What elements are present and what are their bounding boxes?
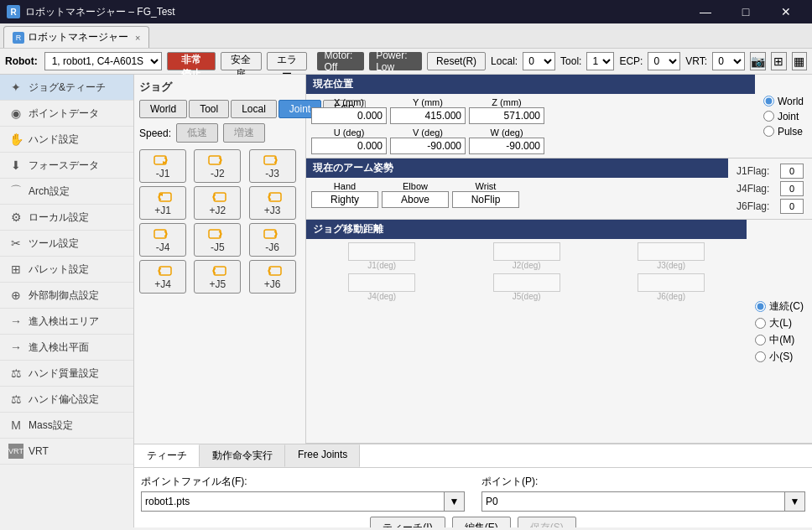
y-value[interactable] <box>390 107 466 124</box>
jog-header: ジョグ <box>139 80 300 95</box>
j5-deg-input[interactable] <box>493 273 560 292</box>
safedoor-button[interactable]: 安全扉 <box>221 52 262 70</box>
edit-button[interactable]: 編集(E) <box>452 517 511 527</box>
sidebar-item-external-ctrl[interactable]: ⊕ 外部制御点設定 <box>0 283 133 309</box>
wrist-value[interactable] <box>452 191 519 208</box>
jog-btn-neg-j1[interactable]: -J1 <box>139 149 186 183</box>
layout-icon[interactable]: ▦ <box>792 52 807 70</box>
j4flag-value[interactable] <box>780 181 804 196</box>
u-value[interactable] <box>311 138 387 154</box>
vrt-select[interactable]: 0 <box>712 52 745 70</box>
mass-icon: M <box>8 418 23 433</box>
teach-content: ポイントファイル名(F): ▼ ポイント(P): ▼ <box>134 468 812 527</box>
teach-tab-free-joints[interactable]: Free Joints <box>285 444 360 467</box>
speed-increase-button[interactable]: 増速 <box>223 123 265 143</box>
teach-tab-teach[interactable]: ティーチ <box>134 444 200 467</box>
sidebar-item-pallet[interactable]: ⊞ パレット設定 <box>0 257 133 283</box>
teach-tab-motion[interactable]: 動作命令実行 <box>200 444 285 467</box>
sidebar: ✦ ジョグ&ティーチ ◉ ポイントデータ ✋ ハンド設定 ⬇ フォースデータ ⌒… <box>0 75 134 527</box>
file-dropdown-button[interactable]: ▼ <box>445 491 465 512</box>
jog-btn-neg-j5[interactable]: -J5 <box>194 223 241 257</box>
sidebar-item-local[interactable]: ⚙ ローカル設定 <box>0 205 133 231</box>
toolbar: Robot: 1, robot1, C4-A601S 非常停止 安全扉 エラー … <box>0 49 812 75</box>
dist-large-radio[interactable]: 大(L) <box>755 316 804 330</box>
jog-btn-neg-j6[interactable]: -J6 <box>249 223 296 257</box>
maximize-button[interactable]: □ <box>726 0 765 23</box>
jog-btn-pos-j3[interactable]: +J3 <box>249 186 296 220</box>
sidebar-item-point-data[interactable]: ◉ ポイントデータ <box>0 101 133 127</box>
reset-button[interactable]: Reset(R) <box>427 52 486 70</box>
j4-deg-input[interactable] <box>348 273 415 292</box>
current-position-area: 現在位置 X (mm) Y (mm) <box>306 75 812 158</box>
sidebar-item-entry-area[interactable]: → 進入検出エリア <box>0 309 133 335</box>
camera-icon[interactable]: 📷 <box>750 52 766 70</box>
sidebar-item-hand-mass[interactable]: ⚖ ハンド質量設定 <box>0 361 133 387</box>
coord-joint-radio[interactable]: Joint <box>763 111 804 122</box>
speed-label: Speed: <box>139 127 171 139</box>
dist-small-radio[interactable]: 小(S) <box>755 350 804 364</box>
dist-continuous-radio[interactable]: 連続(C) <box>755 299 804 314</box>
jog-btn-pos-j2[interactable]: +J2 <box>194 186 241 220</box>
jog-btn-neg-j4[interactable]: -J4 <box>139 223 186 257</box>
j1-deg-input[interactable] <box>348 242 415 261</box>
sidebar-item-force[interactable]: ⬇ フォースデータ <box>0 153 133 179</box>
tool-select[interactable]: 1 <box>586 52 614 70</box>
v-value[interactable] <box>390 138 466 154</box>
local-label: Local: <box>491 55 518 67</box>
hand-value[interactable] <box>311 191 378 208</box>
dist-medium-radio[interactable]: 中(M) <box>755 333 804 347</box>
tab-robot-manager[interactable]: R ロボットマネージャー × <box>3 26 149 48</box>
z-value[interactable] <box>469 107 544 124</box>
robot-select[interactable]: 1, robot1, C4-A601S <box>44 52 162 70</box>
teach-button[interactable]: ティーチ(I) <box>370 517 445 527</box>
point-dropdown-button[interactable]: ▼ <box>785 491 805 512</box>
speed-decrease-button[interactable]: 低速 <box>176 123 218 143</box>
jog-btn-pos-j6[interactable]: +J6 <box>249 260 296 294</box>
x-value[interactable] <box>311 107 387 124</box>
coord-pulse-radio[interactable]: Pulse <box>763 126 804 138</box>
estop-button[interactable]: 非常停止 <box>167 52 216 70</box>
local-select[interactable]: 0 <box>523 52 555 70</box>
save-button[interactable]: 保存(S) <box>518 517 576 527</box>
j3-deg-label: J3(deg) <box>657 261 685 270</box>
file-input[interactable] <box>141 491 445 512</box>
j6-deg-input[interactable] <box>638 273 705 292</box>
sidebar-item-mass[interactable]: M Mass設定 <box>0 413 133 439</box>
force-icon: ⬇ <box>8 158 23 173</box>
jog-tab-tool[interactable]: Tool <box>189 100 229 118</box>
j6flag-value[interactable] <box>780 199 804 214</box>
ecp-select[interactable]: 0 <box>648 52 680 70</box>
sidebar-item-entry-plane[interactable]: → 進入検出平面 <box>0 335 133 361</box>
grid-icon[interactable]: ⊞ <box>771 52 786 70</box>
jog-neg-j5-label: -J5 <box>211 242 225 253</box>
ecp-label: ECP: <box>619 55 643 67</box>
z-label: Z (mm) <box>492 97 521 107</box>
sidebar-item-vrt[interactable]: VRT VRT <box>0 439 133 465</box>
sidebar-item-tool[interactable]: ✂ ツール設定 <box>0 231 133 257</box>
point-input[interactable] <box>481 491 785 512</box>
sidebar-item-arch[interactable]: ⌒ Arch設定 <box>0 179 133 205</box>
jog-btn-pos-j4[interactable]: +J4 <box>139 260 186 294</box>
jog-tab-local[interactable]: Local <box>231 100 277 118</box>
w-value[interactable] <box>469 138 544 154</box>
sidebar-item-hand-eccentric[interactable]: ⚖ ハンド偏心設定 <box>0 387 133 413</box>
j2-deg-input[interactable] <box>493 242 560 261</box>
tab-close-button[interactable]: × <box>135 33 140 43</box>
jog-btn-pos-j1[interactable]: +J1 <box>139 186 186 220</box>
elbow-value[interactable] <box>382 191 449 208</box>
jog-pos-j2-label: +J2 <box>209 205 226 216</box>
jog-btn-pos-j5[interactable]: +J5 <box>194 260 241 294</box>
j3-deg-input[interactable] <box>638 242 705 261</box>
j1flag-value[interactable] <box>780 164 804 179</box>
sidebar-item-hand[interactable]: ✋ ハンド設定 <box>0 127 133 153</box>
close-button[interactable]: ✕ <box>767 0 805 23</box>
jog-btn-neg-j3[interactable]: -J3 <box>249 149 296 183</box>
jog-tab-world[interactable]: World <box>139 100 187 118</box>
error-button[interactable]: エラー <box>267 52 308 70</box>
sidebar-item-arch-label: Arch設定 <box>29 184 70 199</box>
jog-pos-j5-label: +J5 <box>209 278 226 290</box>
jog-btn-neg-j2[interactable]: -J2 <box>194 149 241 183</box>
sidebar-item-jog-teach[interactable]: ✦ ジョグ&ティーチ <box>0 75 133 101</box>
minimize-button[interactable]: — <box>686 0 725 23</box>
coord-world-radio[interactable]: World <box>763 96 804 107</box>
